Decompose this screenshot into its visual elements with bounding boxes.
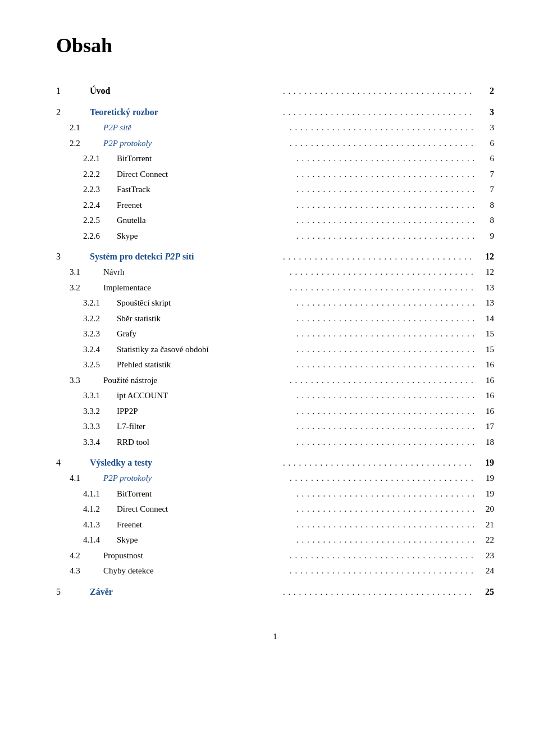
chapter-3-dots [283, 251, 474, 263]
subsection-2-2-1-page: 6 [476, 152, 494, 165]
subsection-4-1-2-label: Direct Connect [117, 503, 294, 516]
section-3-2-dots [290, 281, 474, 294]
subsection-3-2-5-page: 16 [476, 358, 494, 371]
toc-subsection-3-3-2: 3.3.2 IPP2P 16 [56, 405, 494, 418]
section-4-1-page: 19 [476, 472, 494, 485]
subsection-3-2-1-number: 3.2.1 [83, 297, 117, 309]
subsection-3-3-1-label: ipt ACCOUNT [117, 389, 294, 402]
section-4-1-dots [290, 472, 474, 485]
subsection-2-2-5-number: 2.2.5 [83, 214, 117, 227]
subsection-3-3-4-label: RRD tool [117, 436, 294, 449]
subsection-3-3-3-number: 3.3.3 [83, 420, 117, 433]
toc-subsection-2-2-5: 2.2.5 Gnutella 8 [56, 214, 494, 227]
subsection-3-3-3-dots [296, 420, 474, 433]
chapter-2-dots [283, 106, 474, 119]
chapter-3-page: 12 [476, 250, 494, 263]
chapter-4-label: Výsledky a testy [90, 456, 281, 470]
toc-subsection-3-2-1: 3.2.1 Spouštěcí skript 13 [56, 297, 494, 309]
subsection-3-3-1-page: 16 [476, 389, 494, 402]
table-of-contents: 1 Úvod 2 2 Teoretický rozbor 3 2.1 P2P s… [56, 84, 494, 599]
section-3-2-page: 13 [476, 281, 494, 294]
subsection-3-2-5-number: 3.2.5 [83, 358, 117, 371]
subsection-4-1-3-label: Freenet [117, 518, 294, 531]
section-3-3-label: Použité nástroje [103, 374, 287, 387]
subsection-3-3-4-page: 18 [476, 436, 494, 449]
subsection-3-2-2-number: 3.2.2 [83, 312, 117, 325]
toc-chapter-4: 4 Výsledky a testy 19 [56, 456, 494, 470]
subsection-4-1-1-page: 19 [476, 488, 494, 500]
chapter-1-number: 1 [56, 84, 90, 98]
chapter-4-number: 4 [56, 456, 90, 470]
subsection-2-2-2-number: 2.2.2 [83, 168, 117, 181]
section-4-3-page: 24 [476, 564, 494, 577]
subsection-3-2-3-dots [296, 327, 474, 340]
subsection-3-3-2-dots [296, 405, 474, 418]
chapter-3-number: 3 [56, 250, 90, 263]
subsection-4-1-1-label: BitTorrent [117, 488, 294, 500]
subsection-2-2-2-page: 7 [476, 168, 494, 181]
section-3-1-number: 3.1 [70, 266, 103, 279]
toc-subsection-2-2-1: 2.2.1 BitTorrent 6 [56, 152, 494, 165]
section-4-2-number: 4.2 [70, 549, 103, 562]
subsection-2-2-3-dots [296, 183, 474, 196]
subsection-3-3-3-label: L7-filter [117, 420, 294, 433]
subsection-4-1-3-dots [296, 518, 474, 531]
subsection-2-2-1-label: BitTorrent [117, 152, 294, 165]
subsection-2-2-6-label: Skype [117, 230, 294, 243]
subsection-3-3-2-label: IPP2P [117, 405, 294, 418]
toc-subsection-3-2-2: 3.2.2 Sběr statistik 14 [56, 312, 494, 325]
subsection-2-2-2-dots [296, 168, 474, 181]
section-4-2-label: Propustnost [103, 549, 287, 562]
chapter-2-number: 2 [56, 106, 90, 119]
subsection-2-2-1-number: 2.2.1 [83, 152, 117, 165]
subsection-2-2-6-dots [296, 230, 474, 243]
section-2-1-label: P2P sítě [103, 121, 287, 134]
toc-subsection-4-1-2: 4.1.2 Direct Connect 20 [56, 503, 494, 516]
section-2-1-dots [290, 121, 474, 134]
toc-subsection-2-2-6: 2.2.6 Skype 9 [56, 230, 494, 243]
subsection-4-1-3-number: 4.1.3 [83, 518, 117, 531]
subsection-3-3-4-number: 3.3.4 [83, 436, 117, 449]
toc-section-3-3: 3.3 Použité nástroje 16 [56, 374, 494, 387]
subsection-4-1-3-page: 21 [476, 518, 494, 531]
toc-subsection-4-1-1: 4.1.1 BitTorrent 19 [56, 488, 494, 500]
section-4-1-label: P2P protokoly [103, 472, 287, 485]
toc-subsection-4-1-4: 4.1.4 Skype 22 [56, 534, 494, 546]
subsection-3-2-1-page: 13 [476, 297, 494, 309]
subsection-3-2-3-page: 15 [476, 327, 494, 340]
subsection-2-2-4-dots [296, 199, 474, 212]
chapter-4-dots [283, 457, 474, 470]
section-2-2-page: 6 [476, 137, 494, 150]
subsection-3-3-2-page: 16 [476, 405, 494, 418]
subsection-2-2-6-number: 2.2.6 [83, 230, 117, 243]
toc-subsection-3-2-3: 3.2.3 Grafy 15 [56, 327, 494, 340]
chapter-2-page: 3 [476, 106, 494, 119]
section-3-2-number: 3.2 [70, 281, 103, 294]
subsection-3-2-3-label: Grafy [117, 327, 294, 340]
subsection-3-2-4-number: 3.2.4 [83, 343, 117, 356]
subsection-2-2-5-page: 8 [476, 214, 494, 227]
subsection-4-1-2-page: 20 [476, 503, 494, 516]
subsection-4-1-2-number: 4.1.2 [83, 503, 117, 516]
section-2-2-label: P2P protokoly [103, 137, 287, 150]
subsection-2-2-3-label: FastTrack [117, 183, 294, 196]
section-3-1-page: 12 [476, 266, 494, 279]
subsection-3-2-4-page: 15 [476, 343, 494, 356]
subsection-3-2-1-dots [296, 297, 474, 309]
toc-subsection-3-3-4: 3.3.4 RRD tool 18 [56, 436, 494, 449]
section-4-1-number: 4.1 [70, 472, 103, 485]
subsection-2-2-4-label: Freenet [117, 199, 294, 212]
subsection-4-1-1-dots [296, 488, 474, 500]
subsection-2-2-5-dots [296, 214, 474, 227]
toc-subsection-3-2-5: 3.2.5 Přehled statistik 16 [56, 358, 494, 371]
section-3-1-label: Návrh [103, 266, 287, 279]
toc-subsection-2-2-4: 2.2.4 Freenet 8 [56, 199, 494, 212]
toc-section-3-1: 3.1 Návrh 12 [56, 266, 494, 279]
toc-section-4-2: 4.2 Propustnost 23 [56, 549, 494, 562]
toc-chapter-1: 1 Úvod 2 [56, 84, 494, 98]
toc-chapter-5: 5 Závěr 25 [56, 585, 494, 599]
chapter-1-dots [283, 85, 474, 98]
page-number: 1 [273, 632, 277, 641]
section-3-1-dots [290, 266, 474, 279]
chapter-5-page: 25 [476, 585, 494, 599]
